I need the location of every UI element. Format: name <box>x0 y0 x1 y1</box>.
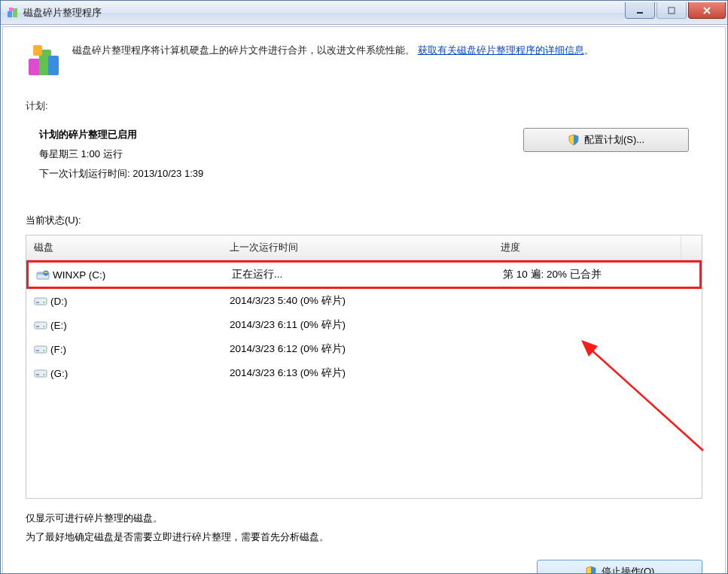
os-drive-icon <box>36 269 50 280</box>
table-body: WINXP (C:)正在运行...第 10 遍: 20% 已合并(D:)2014… <box>26 260 702 498</box>
table-header: 磁盘 上一次运行时间 进度 <box>26 235 702 260</box>
intro-section: 磁盘碎片整理程序将计算机硬盘上的碎片文件进行合并，以改进文件系统性能。 获取有关… <box>26 42 702 78</box>
disk-progress <box>493 299 702 303</box>
svg-rect-0 <box>8 11 12 17</box>
schedule-frequency: 每星期三 1:00 运行 <box>39 147 203 161</box>
svg-rect-4 <box>669 8 675 14</box>
svg-point-14 <box>44 302 45 303</box>
configure-schedule-button[interactable]: 配置计划(S)... <box>523 128 689 152</box>
stop-operation-label: 停止操作(O) <box>602 565 655 573</box>
svg-rect-3 <box>637 12 643 14</box>
svg-rect-13 <box>36 302 39 303</box>
schedule-next-run: 下一次计划运行时间: 2013/10/23 1:39 <box>39 167 203 181</box>
table-row[interactable]: (E:)2014/3/23 6:11 (0% 碎片) <box>26 313 702 337</box>
svg-rect-1 <box>13 8 17 17</box>
window-controls <box>625 6 727 19</box>
drive-icon <box>34 344 47 354</box>
col-disk-header[interactable]: 磁盘 <box>26 235 222 260</box>
col-time-header[interactable]: 上一次运行时间 <box>222 235 493 260</box>
svg-rect-22 <box>36 374 39 375</box>
maximize-button[interactable] <box>656 2 687 19</box>
shield-icon <box>568 134 580 146</box>
defrag-icon <box>26 42 62 78</box>
drive-icon <box>34 320 47 330</box>
svg-point-20 <box>44 350 45 351</box>
svg-rect-19 <box>36 350 39 351</box>
window-title: 磁盘碎片整理程序 <box>23 6 102 20</box>
footer-line2: 为了最好地确定磁盘是否需要立即进行碎片整理，需要首先分析磁盘。 <box>26 528 702 547</box>
footer-line1: 仅显示可进行碎片整理的磁盘。 <box>26 509 702 528</box>
svg-point-17 <box>44 326 45 327</box>
schedule-label: 计划: <box>26 99 702 113</box>
disk-progress <box>493 347 702 351</box>
svg-rect-15 <box>35 322 47 329</box>
schedule-box: 计划的碎片整理已启用 每星期三 1:00 运行 下一次计划运行时间: 2013/… <box>26 119 702 200</box>
drive-icon <box>34 296 47 306</box>
configure-schedule-label: 配置计划(S)... <box>584 133 644 147</box>
disk-last-run: 2014/3/23 5:40 (0% 碎片) <box>222 292 493 310</box>
svg-rect-16 <box>36 326 39 327</box>
disk-name: (F:) <box>50 344 66 355</box>
status-label: 当前状态(U): <box>26 214 702 227</box>
footer-text: 仅显示可进行碎片整理的磁盘。 为了最好地确定磁盘是否需要立即进行碎片整理，需要首… <box>26 509 702 546</box>
disk-name: WINXP (C:) <box>53 269 105 281</box>
app-icon <box>7 7 19 19</box>
svg-rect-2 <box>9 8 13 11</box>
disk-progress <box>493 323 702 327</box>
table-row[interactable]: (D:)2014/3/23 5:40 (0% 碎片) <box>26 289 702 313</box>
disk-progress: 第 10 遍: 20% 已合并 <box>495 266 699 284</box>
action-bar: 停止操作(O) <box>26 560 702 573</box>
close-button[interactable] <box>688 2 726 19</box>
svg-rect-7 <box>48 56 59 75</box>
disk-name: (G:) <box>50 368 68 379</box>
intro-text-prefix: 磁盘碎片整理程序将计算机硬盘上的碎片文件进行合并，以改进文件系统性能。 <box>72 44 415 56</box>
drive-icon <box>34 368 47 378</box>
disk-name: (E:) <box>50 320 67 331</box>
svg-rect-5 <box>29 59 41 75</box>
table-row[interactable]: (F:)2014/3/23 6:12 (0% 碎片) <box>26 337 702 361</box>
disk-name: (D:) <box>50 296 68 307</box>
svg-rect-8 <box>33 45 42 56</box>
stop-operation-button[interactable]: 停止操作(O) <box>537 560 702 573</box>
svg-rect-21 <box>35 370 47 377</box>
schedule-enabled-title: 计划的碎片整理已启用 <box>39 128 203 141</box>
svg-rect-18 <box>35 346 47 353</box>
titlebar: 磁盘碎片整理程序 <box>1 1 727 25</box>
col-progress-header[interactable]: 进度 <box>493 235 681 260</box>
shield-icon <box>585 566 597 573</box>
disk-last-run: 2014/3/23 6:13 (0% 碎片) <box>222 364 493 382</box>
defrag-window: 磁盘碎片整理程序 <box>0 0 728 574</box>
col-end-spacer <box>681 235 702 260</box>
disk-last-run: 2014/3/23 6:12 (0% 碎片) <box>222 340 493 358</box>
minimize-button[interactable] <box>625 2 655 19</box>
more-info-link[interactable]: 获取有关磁盘碎片整理程序的详细信息 <box>418 44 584 56</box>
disk-progress <box>493 371 702 375</box>
intro-text: 磁盘碎片整理程序将计算机硬盘上的碎片文件进行合并，以改进文件系统性能。 获取有关… <box>72 42 594 59</box>
disk-last-run: 正在运行... <box>224 266 495 284</box>
disk-table: 磁盘 上一次运行时间 进度 WINXP (C:)正在运行...第 10 遍: 2… <box>26 235 702 499</box>
table-row[interactable]: WINXP (C:)正在运行...第 10 遍: 20% 已合并 <box>26 260 702 289</box>
disk-last-run: 2014/3/23 6:11 (0% 碎片) <box>222 316 493 334</box>
svg-rect-12 <box>35 298 47 305</box>
svg-point-23 <box>44 374 45 375</box>
table-row[interactable]: (G:)2014/3/23 6:13 (0% 碎片) <box>26 361 702 385</box>
